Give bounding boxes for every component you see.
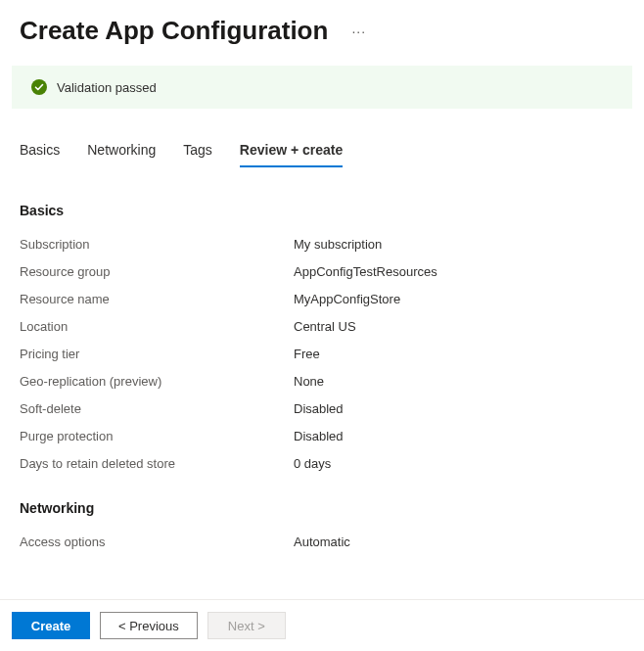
more-icon[interactable]: ··· (351, 23, 366, 39)
label-location: Location (20, 318, 294, 336)
create-button[interactable]: Create (12, 612, 90, 639)
value-days-retain: 0 days (294, 455, 331, 473)
page-header: Create App Configuration ··· (0, 0, 644, 66)
tab-networking[interactable]: Networking (87, 142, 156, 167)
label-resource-name: Resource name (20, 291, 294, 308)
next-button: Next > (207, 612, 286, 639)
validation-message: Validation passed (57, 80, 157, 95)
value-purge-protection: Disabled (294, 428, 344, 445)
previous-button[interactable]: < Previous (100, 612, 198, 639)
value-subscription: My subscription (294, 236, 382, 254)
row-geo-replication: Geo-replication (preview) None (20, 373, 624, 391)
label-resource-group: Resource group (20, 263, 294, 281)
success-check-icon (31, 79, 47, 95)
row-subscription: Subscription My subscription (20, 236, 624, 254)
label-geo-replication: Geo-replication (preview) (20, 373, 294, 391)
row-pricing-tier: Pricing tier Free (20, 346, 624, 363)
section-title-basics: Basics (20, 203, 624, 218)
tab-bar: Basics Networking Tags Review + create (0, 109, 644, 167)
row-access-options: Access options Automatic (20, 534, 624, 551)
review-content: Basics Subscription My subscription Reso… (0, 167, 644, 551)
row-resource-name: Resource name MyAppConfigStore (20, 291, 624, 308)
footer-actions: Create < Previous Next > (0, 599, 644, 651)
label-pricing-tier: Pricing tier (20, 346, 294, 363)
row-soft-delete: Soft-delete Disabled (20, 400, 624, 418)
value-location: Central US (294, 318, 356, 336)
page-title: Create App Configuration (20, 16, 328, 46)
label-soft-delete: Soft-delete (20, 400, 294, 418)
section-title-networking: Networking (20, 500, 624, 516)
row-days-retain: Days to retain deleted store 0 days (20, 455, 624, 473)
label-purge-protection: Purge protection (20, 428, 294, 445)
value-resource-name: MyAppConfigStore (294, 291, 400, 308)
tab-tags[interactable]: Tags (183, 142, 212, 167)
validation-banner: Validation passed (12, 66, 632, 109)
value-access-options: Automatic (294, 534, 350, 551)
value-pricing-tier: Free (294, 346, 320, 363)
value-geo-replication: None (294, 373, 324, 391)
value-soft-delete: Disabled (294, 400, 344, 418)
value-resource-group: AppConfigTestResources (294, 263, 437, 281)
tab-review-create[interactable]: Review + create (240, 142, 343, 167)
label-days-retain: Days to retain deleted store (20, 455, 294, 473)
row-resource-group: Resource group AppConfigTestResources (20, 263, 624, 281)
svg-point-0 (31, 79, 47, 95)
label-access-options: Access options (20, 534, 294, 551)
label-subscription: Subscription (20, 236, 294, 254)
row-purge-protection: Purge protection Disabled (20, 428, 624, 445)
tab-basics[interactable]: Basics (20, 142, 60, 167)
row-location: Location Central US (20, 318, 624, 336)
